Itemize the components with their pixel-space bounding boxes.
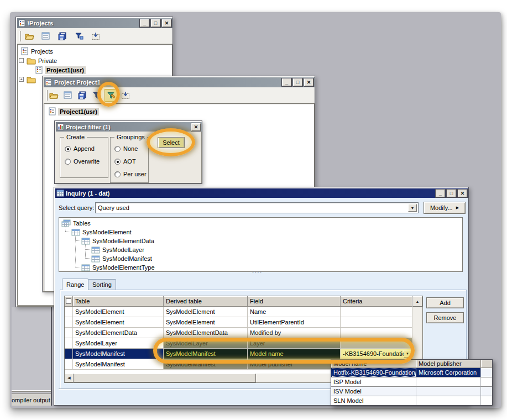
cell-derived[interactable]: SysModelElement xyxy=(164,317,248,328)
tree-item-label[interactable]: Tables xyxy=(73,220,91,227)
scroll-up-button[interactable]: ▲ xyxy=(412,296,422,307)
tab-range[interactable]: Range xyxy=(62,279,88,290)
cell-field[interactable]: Layer xyxy=(248,338,341,349)
select-query-combobox[interactable]: Query used ▼ xyxy=(95,202,419,213)
popup-header-model-publisher[interactable]: Model publisher xyxy=(416,360,481,368)
tree-item-label[interactable]: SysModelManifest xyxy=(102,255,152,262)
inquiry-titlebar[interactable]: Inquiry (1 - dat) _ □ ✕ xyxy=(55,188,468,198)
cell-table[interactable]: SysModelElement xyxy=(73,317,164,328)
checkbox-icon[interactable] xyxy=(66,298,71,304)
cell-derived[interactable]: SysModelElement xyxy=(164,307,248,317)
filter-toolbar-button[interactable] xyxy=(104,89,118,102)
popup-row-model-name[interactable]: SLN Model xyxy=(331,396,416,406)
tree-item-label[interactable]: SysModelLayer xyxy=(102,246,144,253)
row-checkbox-cell[interactable] xyxy=(65,307,73,317)
sort-toolbar-button[interactable] xyxy=(90,89,103,102)
tree-item-sysmodelelement[interactable]: SysModelElement xyxy=(71,228,132,237)
select-button[interactable]: Select xyxy=(158,137,185,148)
scrollbar-thumb[interactable] xyxy=(74,374,256,382)
import-toolbar-button[interactable] xyxy=(89,30,102,43)
open-toolbar-button[interactable] xyxy=(47,89,60,102)
details-toolbar-button[interactable] xyxy=(39,30,53,43)
row-checkbox-cell[interactable] xyxy=(65,328,73,338)
popup-row-model-name[interactable]: ISP Model xyxy=(331,377,416,387)
tree-item-tables-root[interactable]: Tables xyxy=(61,219,91,228)
radio-overwrite[interactable]: Overwrite xyxy=(65,158,100,165)
cell-table[interactable]: SysModelManifest xyxy=(73,359,164,370)
column-header-field[interactable]: Field xyxy=(248,296,341,307)
row-checkbox-cell[interactable] xyxy=(65,338,73,349)
minimize-button[interactable]: _ xyxy=(436,190,445,197)
popup-row-model-name[interactable]: Hotfix-KB3154690-Foundation xyxy=(331,368,416,377)
criteria-dropdown-icon[interactable]: ▼ xyxy=(404,350,411,358)
column-header-criteria[interactable]: Criteria xyxy=(341,296,412,307)
close-button[interactable]: ✕ xyxy=(191,123,201,131)
remove-button[interactable]: Remove xyxy=(426,312,464,323)
tree-item-projects[interactable]: Projects xyxy=(21,46,53,56)
open-toolbar-button[interactable] xyxy=(23,30,36,43)
radio-icon[interactable] xyxy=(114,171,121,177)
cell-field[interactable]: Modified by xyxy=(248,328,341,338)
project1-item-label[interactable]: Project1(usr) xyxy=(58,108,99,116)
tree-item-folder[interactable]: + xyxy=(19,75,36,84)
cell-derived[interactable]: SysModelElementData xyxy=(164,328,248,338)
minimize-button[interactable]: _ xyxy=(282,78,291,86)
import-toolbar-button[interactable] xyxy=(119,89,132,102)
minimize-button[interactable]: _ xyxy=(140,19,149,27)
cell-table-selected[interactable]: SysModelManifest xyxy=(73,349,164,359)
cell-criteria[interactable] xyxy=(341,317,412,328)
tree-item-label[interactable]: Private xyxy=(38,57,57,64)
collapse-expander-icon[interactable]: - xyxy=(19,58,24,63)
combo-dropdown-icon[interactable]: ▼ xyxy=(408,204,417,212)
add-button[interactable]: Add xyxy=(426,297,464,308)
tree-item-sysmodellayer[interactable]: SysModelLayer xyxy=(91,245,144,254)
row-checkbox-cell[interactable] xyxy=(65,317,73,328)
close-button[interactable]: ✕ xyxy=(162,19,171,27)
cell-criteria[interactable] xyxy=(341,307,412,317)
radio-append[interactable]: Append xyxy=(65,145,95,153)
criteria-value-combobox[interactable]: -KB3154690-Foundation ▼ xyxy=(341,349,412,359)
maximize-button[interactable]: □ xyxy=(293,78,302,86)
save-toolbar-button[interactable] xyxy=(56,30,69,43)
cell-criteria[interactable] xyxy=(341,328,412,338)
filter-dialog-titlebar[interactable]: Project filter (1) ✕ xyxy=(56,122,202,132)
cell-derived-highlighted[interactable]: SysModelManifest xyxy=(164,349,248,359)
close-button[interactable]: ✕ xyxy=(304,78,313,86)
popup-header-model-name[interactable]: Model name xyxy=(331,360,416,368)
details-toolbar-button[interactable] xyxy=(61,89,75,102)
maximize-button[interactable]: □ xyxy=(447,190,456,197)
cell-derived[interactable]: SysModelLayer xyxy=(164,338,248,349)
radio-none[interactable]: None xyxy=(114,145,138,153)
row-checkbox-cell[interactable] xyxy=(65,359,73,370)
splitter-handle[interactable]: ···· xyxy=(252,269,263,275)
tree-item-private[interactable]: - Private xyxy=(19,56,57,65)
cell-table[interactable]: SysModelElement xyxy=(73,307,164,317)
column-header-table[interactable]: Table xyxy=(73,296,164,307)
tree-item-label[interactable]: SysModelElementData xyxy=(92,238,154,244)
cell-field-highlighted[interactable]: Model name xyxy=(248,349,341,359)
tree-item-label[interactable]: Projects xyxy=(31,48,53,55)
tree-item-label-selected[interactable]: Project1(usr) xyxy=(45,66,86,74)
cell-field[interactable]: UtilElementParentId xyxy=(248,317,341,328)
radio-per-user[interactable]: Per user xyxy=(114,170,147,178)
row-checkbox-cell[interactable] xyxy=(65,349,73,359)
close-button[interactable]: ✕ xyxy=(458,190,467,197)
tree-item-label[interactable]: SysModelElement xyxy=(82,229,132,235)
tree-item-label[interactable]: SysModelElementType xyxy=(92,264,155,271)
radio-icon[interactable] xyxy=(114,146,121,152)
radio-icon[interactable] xyxy=(65,159,71,165)
scroll-left-button[interactable]: ◀ xyxy=(65,374,74,382)
maximize-button[interactable]: □ xyxy=(151,19,160,27)
header-checkbox-cell[interactable] xyxy=(65,296,73,307)
toolbar-grip[interactable] xyxy=(19,31,21,41)
cell-criteria[interactable] xyxy=(341,338,412,349)
radio-selected-icon[interactable] xyxy=(114,159,121,165)
column-header-derived-table[interactable]: Derived table xyxy=(164,296,248,307)
popup-row-model-publisher[interactable] xyxy=(416,377,481,387)
sort-toolbar-button[interactable] xyxy=(72,30,86,43)
cell-derived[interactable]: SysModelManifest xyxy=(164,359,248,370)
radio-aot[interactable]: AOT xyxy=(114,158,136,165)
popup-row-model-publisher[interactable] xyxy=(416,387,481,396)
tree-item-sysmodelelementtype[interactable]: SysModelElementType xyxy=(81,263,155,272)
project1-titlebar[interactable]: Project Project1 _ □ ✕ xyxy=(44,77,315,87)
